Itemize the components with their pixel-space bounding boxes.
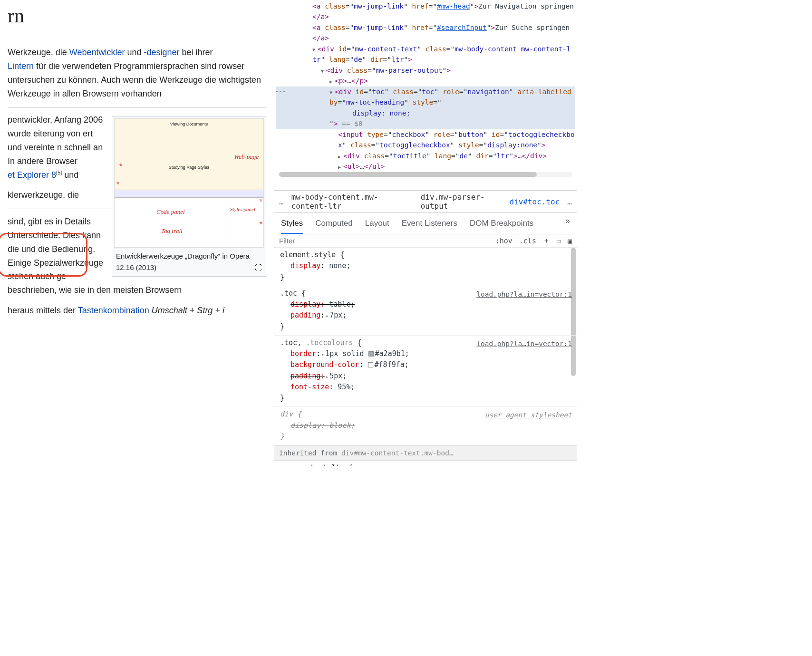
dom-node[interactable]: <a class="mw-jump-link" href="#searchInp…: [276, 22, 575, 44]
dom-node-selected[interactable]: ••• ▼<div id="toc" class="toc" role="nav…: [276, 87, 575, 129]
styles-rules-panel[interactable]: element.style { display: none; } load.ph…: [274, 248, 577, 466]
stylesheet-source-link[interactable]: load.php?la…in=vector:1: [476, 463, 572, 466]
dom-node[interactable]: <input type="checkbox" role="button" id=…: [276, 129, 575, 151]
stylesheet-source-link[interactable]: load.php?la…in=vector:1: [476, 289, 572, 299]
toggle-sidebar-icon[interactable]: ▣: [568, 237, 572, 245]
color-swatch[interactable]: [368, 351, 374, 357]
figure-dragonfly[interactable]: Viewing Documents Web-page * * Studying …: [112, 116, 266, 277]
paragraph-1: Werkzeuge, die Webentwickler und -design…: [8, 46, 266, 100]
styles-toolbar: :hov .cls ＋ ▭ ▣: [274, 234, 577, 248]
expand-icon[interactable]: ⛶: [255, 262, 262, 273]
more-tabs-icon[interactable]: »: [565, 216, 570, 234]
link-lintern[interactable]: Lintern: [8, 61, 34, 71]
filter-input[interactable]: [279, 237, 489, 245]
figure-caption: Entwicklerwerkzeuge „Dragonfly“ in Opera…: [114, 248, 264, 274]
dom-node[interactable]: <a class="mw-jump-link" href="#mw-head">…: [276, 1, 575, 22]
element-breadcrumb[interactable]: … mw-body-content.mw-content-ltr div.mw-…: [274, 190, 577, 213]
rule-element-style[interactable]: element.style { display: none; }: [274, 248, 577, 286]
crumb-item-active[interactable]: div#toc.toc: [509, 197, 560, 206]
hov-button[interactable]: :hov: [495, 237, 512, 245]
tab-computed[interactable]: Computed: [315, 216, 352, 234]
tab-styles[interactable]: Styles: [281, 216, 303, 234]
inherited-from-bar: Inherited from div#mw-content-text.mw-bo…: [274, 445, 577, 461]
dom-node[interactable]: ▼<div id="mw-content-text" class="mw-bod…: [276, 44, 575, 65]
figure-label-codepanel: Code panel: [156, 207, 185, 217]
page-title: rn: [8, 0, 266, 34]
figure-label-tagtrail: Tag trail: [161, 226, 183, 236]
cls-button[interactable]: .cls: [519, 237, 536, 245]
rule-mw-content-ltr[interactable]: load.php?la…in=vector:1 .mw-content-ltr …: [274, 461, 577, 466]
footnote-5[interactable]: [5]: [56, 170, 62, 175]
paragraph-5: heraus mittels der Tastenkombination Ums…: [8, 304, 266, 318]
link-tastenkombination[interactable]: Tastenkombination: [78, 306, 149, 315]
dom-node[interactable]: ▶<div class="toctitle" lang="de" dir="lt…: [276, 151, 575, 161]
figure-label-webpage: Web-page: [234, 152, 259, 162]
figure-image: Viewing Documents Web-page * * Studying …: [114, 118, 264, 248]
article-content: rn Werkzeuge, die Webentwickler und -des…: [0, 0, 274, 466]
link-ie8[interactable]: et Explorer 8: [8, 170, 56, 180]
elements-dom-tree[interactable]: <a class="mw-jump-link" href="#mw-head">…: [274, 0, 577, 190]
crumb-item[interactable]: div.mw-parser-output: [421, 193, 502, 211]
stylesheet-source-link[interactable]: load.php?la…in=vector:1: [476, 338, 572, 349]
styles-tabs: Styles Computed Layout Event Listeners D…: [274, 213, 577, 234]
tab-dom-breakpoints[interactable]: DOM Breakpoints: [470, 216, 533, 234]
horizontal-scrollbar[interactable]: [279, 172, 572, 177]
link-webentwickler[interactable]: Webentwickler: [69, 48, 125, 57]
devtools-panel: <a class="mw-jump-link" href="#mw-head">…: [274, 0, 577, 466]
dom-node[interactable]: ▶<ul>…</ul>: [276, 161, 575, 172]
tab-layout[interactable]: Layout: [365, 216, 389, 234]
device-icon[interactable]: ▭: [557, 237, 561, 245]
crumb-item[interactable]: mw-body-content.mw-content-ltr: [291, 193, 413, 211]
ua-stylesheet-label: user agent stylesheet: [485, 410, 572, 420]
section-divider: [8, 107, 266, 107]
rule-toc[interactable]: load.php?la…in=vector:1 .toc { display: …: [274, 286, 577, 336]
rule-toc-colours[interactable]: load.php?la…in=vector:1 .toc, .toccolour…: [274, 336, 577, 407]
rule-div-ua[interactable]: user agent stylesheet div { display: blo…: [274, 407, 577, 445]
color-swatch[interactable]: [368, 362, 373, 367]
figure-label-stylespanel: Styles panel: [230, 205, 255, 214]
tab-event-listeners[interactable]: Event Listeners: [402, 216, 457, 234]
link-designer[interactable]: -designer: [144, 48, 180, 57]
dom-node[interactable]: ▶<p>…</p>: [276, 76, 575, 86]
dom-node[interactable]: ▼<div class="mw-parser-output">: [276, 65, 575, 76]
add-rule-icon[interactable]: ＋: [543, 236, 550, 245]
